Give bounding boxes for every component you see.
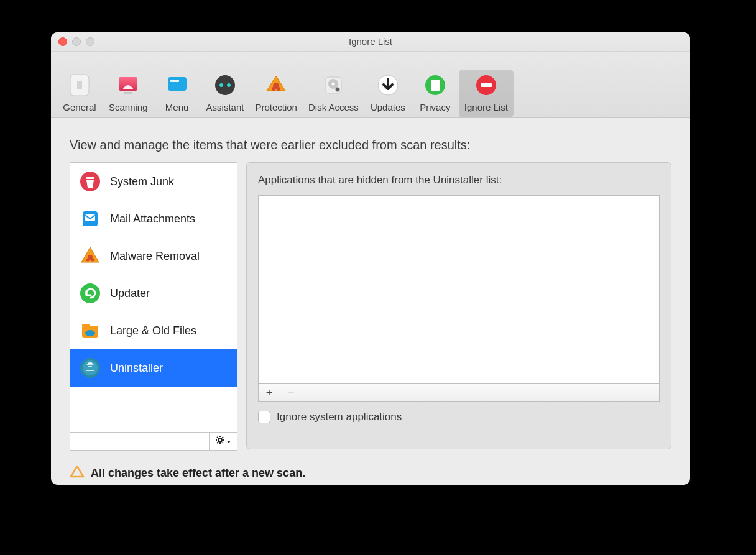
window-title: Ignore List [51, 32, 690, 51]
svg-point-12 [277, 87, 280, 91]
gear-icon [215, 435, 225, 447]
sidebar-item-label: Uninstaller [110, 362, 163, 375]
sidebar-item-label: Updater [110, 287, 150, 300]
svg-rect-23 [86, 177, 94, 179]
svg-line-40 [217, 437, 218, 438]
sidebar-item-mail-attachments[interactable]: Mail Attachments [70, 200, 237, 237]
sidebar-footer [70, 432, 237, 450]
svg-rect-5 [168, 77, 187, 91]
svg-rect-25 [85, 214, 95, 221]
tab-assistant[interactable]: Assistant [201, 70, 250, 117]
svg-rect-31 [82, 324, 90, 328]
checkbox-label: Ignore system applications [277, 411, 402, 423]
tab-label: Scanning [109, 102, 148, 112]
sidebar-item-uninstaller[interactable]: Uninstaller [70, 349, 237, 387]
ignore-list-icon [473, 72, 499, 98]
protection-icon [263, 72, 289, 98]
tab-scanning[interactable]: Scanning [103, 70, 154, 117]
tab-general[interactable]: General [56, 70, 103, 117]
updater-icon [79, 282, 101, 305]
page-description: View and manage the items that were earl… [70, 138, 671, 152]
notice-row: All changes take effect after a new scan… [70, 464, 671, 482]
svg-line-43 [223, 437, 224, 438]
tab-label: Assistant [206, 102, 244, 112]
tab-menu[interactable]: Menu [154, 70, 201, 117]
warning-icon [70, 464, 85, 482]
tab-updates[interactable]: Updates [364, 70, 412, 117]
disk-access-icon [320, 72, 346, 98]
main-panel: Applications that are hidden from the Un… [246, 162, 671, 449]
sidebar-item-label: Malware Removal [110, 250, 200, 263]
svg-rect-21 [481, 83, 492, 87]
svg-point-11 [272, 87, 275, 91]
system-junk-icon [79, 170, 101, 193]
minus-icon: − [288, 387, 295, 400]
tab-label: Protection [255, 102, 297, 112]
sidebar-item-malware-removal[interactable]: Malware Removal [70, 237, 237, 275]
ignore-system-apps-checkbox[interactable] [258, 411, 270, 423]
svg-rect-19 [432, 81, 438, 89]
svg-point-29 [80, 283, 100, 303]
uninstaller-icon [79, 357, 101, 379]
sidebar-item-label: Mail Attachments [110, 213, 195, 226]
privacy-icon [422, 72, 448, 98]
svg-point-9 [227, 83, 231, 87]
updates-icon [375, 72, 401, 98]
large-old-files-icon [79, 319, 101, 342]
list-toolbar: + − [258, 384, 660, 402]
tab-label: Updates [371, 102, 405, 112]
assistant-icon [212, 72, 238, 98]
svg-point-35 [218, 438, 222, 442]
sidebar-item-updater[interactable]: Updater [70, 275, 237, 312]
tab-protection[interactable]: Protection [249, 70, 303, 117]
sidebar-item-label: System Junk [110, 175, 174, 188]
category-sidebar: System Junk Mail Attachments Malware Rem… [70, 162, 237, 451]
add-button[interactable]: + [259, 384, 280, 401]
ignore-system-apps-row[interactable]: Ignore system applications [258, 411, 660, 423]
sidebar-item-large-old-files[interactable]: Large & Old Files [70, 312, 237, 349]
malware-removal-icon [79, 245, 101, 267]
menu-icon [164, 72, 190, 98]
tab-label: Privacy [420, 102, 450, 112]
notice-text: All changes take effect after a new scan… [91, 467, 305, 480]
chevron-down-icon [226, 436, 231, 447]
tab-label: Menu [165, 102, 189, 112]
content-area: View and manage the items that were earl… [51, 118, 690, 485]
preferences-window: Ignore List General Scanning Menu [51, 32, 690, 485]
panel-title: Applications that are hidden from the Un… [258, 174, 660, 186]
tab-label: Ignore List [464, 102, 508, 112]
svg-point-16 [336, 88, 340, 92]
svg-point-15 [332, 83, 335, 86]
tab-label: General [63, 102, 96, 112]
remove-button[interactable]: − [280, 384, 302, 401]
titlebar: Ignore List [51, 32, 690, 52]
scanning-icon [115, 72, 141, 98]
svg-rect-4 [124, 92, 132, 94]
svg-line-41 [223, 443, 224, 444]
svg-point-7 [215, 75, 235, 95]
svg-rect-6 [170, 80, 179, 82]
preferences-toolbar: General Scanning Menu Assistant [51, 52, 690, 118]
ignored-apps-list[interactable] [258, 195, 660, 384]
tab-disk-access[interactable]: Disk Access [303, 70, 364, 117]
sidebar-item-label: Large & Old Files [110, 324, 196, 337]
svg-line-42 [217, 443, 218, 444]
svg-rect-1 [77, 81, 82, 89]
svg-point-32 [85, 330, 95, 336]
svg-point-27 [86, 259, 90, 262]
mail-attachments-icon [79, 208, 101, 230]
tab-label: Disk Access [308, 102, 359, 112]
svg-point-28 [91, 259, 94, 262]
general-icon [67, 72, 93, 98]
sidebar-actions-menu[interactable] [209, 433, 237, 450]
plus-icon: + [266, 387, 273, 400]
svg-point-8 [219, 83, 223, 87]
tab-privacy[interactable]: Privacy [412, 70, 459, 117]
tab-ignore-list[interactable]: Ignore List [459, 70, 514, 117]
sidebar-item-system-junk[interactable]: System Junk [70, 163, 237, 200]
